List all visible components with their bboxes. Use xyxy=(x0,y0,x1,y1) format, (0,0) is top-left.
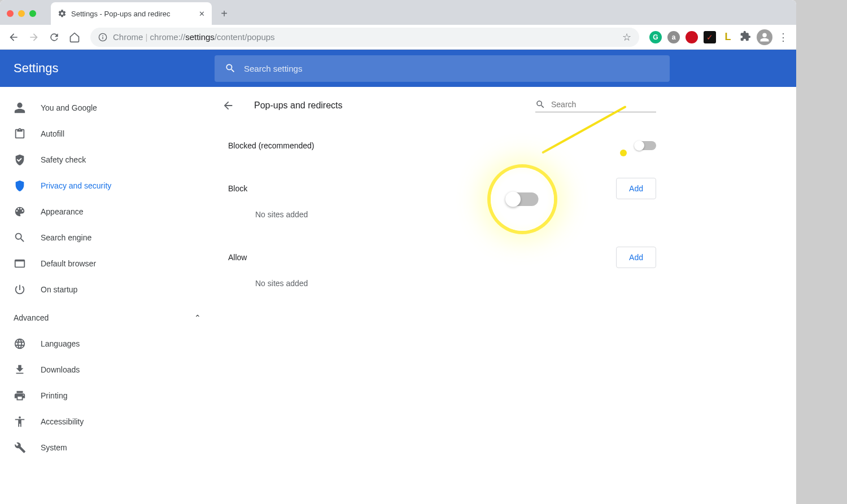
sidebar-item-languages[interactable]: Languages xyxy=(0,331,215,357)
extensions-bar: G a ✓ L ⋮ xyxy=(646,29,792,45)
clipboard-icon xyxy=(14,128,26,140)
sidebar-item-label: Safety check xyxy=(41,155,86,164)
sidebar-item-label: Downloads xyxy=(41,365,80,374)
close-window-icon[interactable] xyxy=(7,10,14,17)
wrench-icon xyxy=(14,441,26,454)
ext-grammarly-icon[interactable]: G xyxy=(649,31,662,43)
home-button[interactable] xyxy=(66,28,84,46)
browser-toolbar: Chrome | chrome://settings/content/popup… xyxy=(0,25,796,50)
browser-tab[interactable]: Settings - Pop-ups and redirec ✕ xyxy=(51,2,212,25)
bookmark-icon[interactable]: ☆ xyxy=(622,31,631,43)
sidebar-item-label: System xyxy=(41,443,67,452)
sidebar-item-label: Printing xyxy=(41,391,67,400)
info-icon xyxy=(98,33,107,42)
sidebar-item-search-engine[interactable]: Search engine xyxy=(0,225,215,251)
sidebar-item-autofill[interactable]: Autofill xyxy=(0,121,215,147)
gear-icon xyxy=(58,9,67,18)
sidebar-item-system[interactable]: System xyxy=(0,435,215,461)
person-icon xyxy=(14,102,26,114)
power-icon xyxy=(14,283,26,296)
search-icon xyxy=(14,231,26,244)
sidebar-item-label: Appearance xyxy=(41,207,84,216)
search-settings[interactable] xyxy=(215,55,670,82)
sidebar-item-label: Privacy and security xyxy=(41,181,111,190)
sidebar-advanced-toggle[interactable]: Advanced⌃ xyxy=(0,305,215,331)
block-empty-msg: No sites added xyxy=(228,210,656,219)
minimize-window-icon[interactable] xyxy=(18,10,25,17)
extensions-menu-icon[interactable] xyxy=(740,30,751,44)
tab-title: Settings - Pop-ups and redirec xyxy=(71,10,194,18)
allow-section-row: Allow Add xyxy=(228,236,656,279)
shield-check-icon xyxy=(14,154,26,166)
fullscreen-window-icon[interactable] xyxy=(29,10,36,17)
back-arrow-button[interactable] xyxy=(215,92,242,119)
globe-icon xyxy=(14,338,26,350)
panel-title: Pop-ups and redirects xyxy=(254,100,523,111)
ext-todoist-icon[interactable]: ✓ xyxy=(704,31,716,43)
svg-point-1 xyxy=(102,35,103,36)
svg-rect-2 xyxy=(102,37,103,39)
address-bar[interactable]: Chrome | chrome://settings/content/popup… xyxy=(90,28,639,47)
sidebar-item-on-startup[interactable]: On startup xyxy=(0,277,215,303)
panel-search[interactable] xyxy=(535,99,656,112)
profile-avatar[interactable] xyxy=(757,29,772,45)
back-button[interactable] xyxy=(5,28,23,46)
ext-l-icon[interactable]: L xyxy=(722,31,734,43)
sidebar-item-appearance[interactable]: Appearance xyxy=(0,199,215,225)
main-panel: Pop-ups and redirects Blocked (recommend… xyxy=(215,87,670,504)
download-icon xyxy=(14,363,26,376)
close-tab-icon[interactable]: ✕ xyxy=(199,10,205,18)
window-controls xyxy=(7,10,36,17)
accessibility-icon xyxy=(14,415,26,428)
sidebar-item-safety[interactable]: Safety check xyxy=(0,147,215,173)
add-block-button[interactable]: Add xyxy=(616,178,656,199)
url-text: Chrome | chrome://settings/content/popup… xyxy=(113,32,617,42)
sidebar-item-label: On startup xyxy=(41,285,77,294)
sidebar: You and Google Autofill Safety check Pri… xyxy=(0,87,215,504)
shield-icon xyxy=(14,179,26,192)
block-label: Block xyxy=(228,184,247,193)
add-allow-button[interactable]: Add xyxy=(616,247,656,268)
palette-icon xyxy=(14,205,26,218)
sidebar-item-label: Accessibility xyxy=(41,417,84,426)
sidebar-item-privacy[interactable]: Privacy and security xyxy=(0,173,215,199)
chevron-up-icon: ⌃ xyxy=(194,313,201,322)
kebab-menu-icon[interactable]: ⋮ xyxy=(778,31,788,43)
sidebar-item-label: Search engine xyxy=(41,233,91,242)
blocked-label: Blocked (recommended) xyxy=(228,141,315,150)
sidebar-item-printing[interactable]: Printing xyxy=(0,383,215,409)
ext-pinterest-icon[interactable] xyxy=(686,31,698,43)
sidebar-item-accessibility[interactable]: Accessibility xyxy=(0,409,215,435)
advanced-label: Advanced xyxy=(14,313,49,322)
allow-empty-msg: No sites added xyxy=(228,279,656,288)
sidebar-item-default-browser[interactable]: Default browser xyxy=(0,251,215,277)
panel-search-input[interactable] xyxy=(551,100,656,109)
print-icon xyxy=(14,389,26,402)
sidebar-item-you-google[interactable]: You and Google xyxy=(0,95,215,121)
sidebar-item-label: You and Google xyxy=(41,103,97,112)
browser-icon xyxy=(14,257,26,270)
search-icon xyxy=(535,99,545,109)
tab-strip: Settings - Pop-ups and redirec ✕ + xyxy=(0,0,796,25)
settings-header: Settings xyxy=(0,50,796,87)
annotation-dot xyxy=(620,150,627,156)
new-tab-button[interactable]: + xyxy=(216,6,232,21)
blocked-toggle-row: Blocked (recommended) xyxy=(228,124,656,167)
ext-amazon-icon[interactable]: a xyxy=(667,31,680,43)
sidebar-item-label: Languages xyxy=(41,339,80,348)
blocked-toggle[interactable] xyxy=(635,141,656,150)
sidebar-item-downloads[interactable]: Downloads xyxy=(0,357,215,383)
block-section-row: Block Add xyxy=(228,167,656,210)
sidebar-item-label: Default browser xyxy=(41,259,96,268)
forward-button[interactable] xyxy=(25,28,43,46)
reload-button[interactable] xyxy=(45,28,63,46)
allow-label: Allow xyxy=(228,253,247,262)
highlighted-toggle xyxy=(507,192,539,206)
search-icon xyxy=(225,63,236,74)
annotation-highlight xyxy=(491,168,554,231)
sidebar-item-label: Autofill xyxy=(41,129,64,138)
search-settings-input[interactable] xyxy=(244,64,660,73)
page-title: Settings xyxy=(14,61,215,76)
